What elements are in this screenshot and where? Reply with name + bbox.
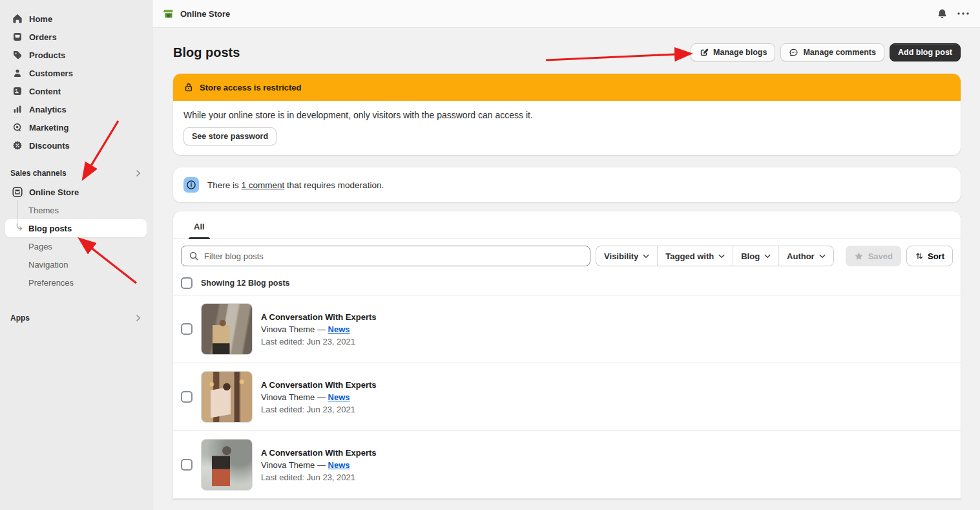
table-row[interactable]: A Conversation With Experts Vinova Theme…: [173, 431, 961, 499]
blog-filter[interactable]: Blog: [733, 246, 779, 266]
post-thumbnail: [201, 439, 253, 491]
saved-button: Saved: [846, 246, 901, 266]
sort-label: Sort: [928, 251, 944, 261]
see-store-password-label: See store password: [192, 132, 268, 141]
sidebar-item-label: Customers: [29, 69, 73, 78]
tabs-bar: All: [173, 211, 961, 239]
tree-connector-line: [17, 200, 17, 226]
sidebar-item-orders[interactable]: Orders: [5, 28, 147, 46]
post-title[interactable]: A Conversation With Experts: [261, 312, 377, 322]
sidebar-item-marketing[interactable]: Marketing: [5, 118, 147, 136]
content-icon: [12, 86, 23, 97]
sidebar-item-customers[interactable]: Customers: [5, 64, 147, 82]
comment-icon: [789, 48, 798, 58]
sidebar-item-pages[interactable]: Pages: [5, 237, 147, 255]
sub-item-label: Pages: [28, 242, 52, 251]
apps-label: Apps: [10, 313, 30, 323]
saved-label: Saved: [868, 251, 893, 261]
select-all-checkbox[interactable]: [181, 277, 193, 289]
manage-blogs-button[interactable]: Manage blogs: [691, 43, 775, 61]
add-blog-post-button[interactable]: Add blog post: [890, 43, 961, 61]
store-access-banner: Store access is restricted While your on…: [173, 74, 961, 155]
filter-blog-posts-input[interactable]: [204, 251, 583, 261]
filter-search-box[interactable]: [181, 246, 590, 266]
lock-icon: [183, 82, 194, 92]
comment-moderation-link[interactable]: 1 comment: [242, 180, 285, 190]
restricted-banner-text: While your online store is in developmen…: [183, 110, 950, 120]
more-options-icon[interactable]: [957, 12, 970, 16]
elbow-arrow-icon: [14, 223, 23, 233]
sidebar-item-preferences[interactable]: Preferences: [5, 273, 147, 292]
post-last-edited: Last edited: Jun 23, 2021: [261, 405, 377, 414]
sales-channels-header[interactable]: Sales channels: [10, 165, 141, 182]
tab-all[interactable]: All: [191, 220, 207, 239]
manage-blogs-label: Manage blogs: [713, 48, 767, 57]
sub-item-label: Preferences: [28, 278, 74, 288]
sidebar-item-products[interactable]: Products: [5, 46, 147, 64]
sidebar: Home Orders Products Customers Content A…: [0, 0, 152, 510]
row-checkbox[interactable]: [181, 323, 193, 335]
sidebar-item-home[interactable]: Home: [5, 10, 147, 28]
post-meta: Vinova Theme — News: [261, 460, 377, 470]
info-icon: [183, 177, 199, 193]
visibility-filter-label: Visibility: [604, 251, 638, 261]
sidebar-item-label: Discounts: [29, 141, 70, 151]
sort-button[interactable]: Sort: [906, 246, 953, 266]
post-title[interactable]: A Conversation With Experts: [261, 448, 377, 458]
page-title: Blog posts: [173, 45, 240, 60]
chevron-right-icon: [136, 314, 141, 322]
row-checkbox[interactable]: [181, 391, 193, 403]
sub-item-label: Navigation: [28, 260, 68, 270]
manage-comments-button[interactable]: Manage comments: [780, 43, 884, 61]
post-category-link[interactable]: News: [328, 392, 350, 402]
sidebar-item-analytics[interactable]: Analytics: [5, 100, 147, 118]
chevron-right-icon: [136, 169, 141, 177]
apps-header[interactable]: Apps: [10, 310, 141, 326]
see-store-password-button[interactable]: See store password: [183, 127, 276, 145]
sidebar-item-label: Analytics: [29, 105, 67, 114]
row-checkbox[interactable]: [181, 459, 193, 471]
edit-icon: [699, 48, 709, 58]
sidebar-item-online-store[interactable]: Online Store: [5, 183, 147, 201]
chevron-down-icon: [643, 254, 649, 259]
tagged-with-filter[interactable]: Tagged with: [658, 246, 733, 266]
post-category-link[interactable]: News: [328, 460, 350, 470]
sidebar-item-navigation[interactable]: Navigation: [5, 255, 147, 273]
tagged-with-filter-label: Tagged with: [665, 251, 714, 261]
moderation-text-before: There is: [207, 180, 242, 190]
post-meta: Vinova Theme — News: [261, 324, 377, 334]
discounts-icon: [12, 140, 23, 151]
sidebar-item-themes[interactable]: Themes: [5, 201, 147, 219]
visibility-filter[interactable]: Visibility: [596, 246, 658, 266]
post-meta: Vinova Theme — News: [261, 392, 377, 402]
author-filter-label: Author: [787, 251, 815, 261]
sidebar-item-label: Home: [29, 14, 52, 24]
sub-item-label: Blog posts: [28, 224, 72, 233]
home-icon: [12, 14, 23, 25]
table-header-row: Showing 12 Blog posts: [173, 273, 961, 295]
chevron-down-icon: [718, 254, 725, 259]
notifications-bell-icon[interactable]: [937, 8, 948, 19]
author-filter[interactable]: Author: [779, 246, 833, 266]
topbar: Online Store: [152, 0, 980, 28]
table-row[interactable]: A Conversation With Experts Vinova Theme…: [173, 363, 961, 431]
post-title[interactable]: A Conversation With Experts: [261, 380, 377, 390]
sub-item-label: Themes: [28, 206, 59, 215]
sidebar-item-label: Marketing: [29, 123, 68, 133]
sidebar-item-blog-posts[interactable]: Blog posts: [5, 219, 147, 237]
sidebar-item-label: Content: [29, 87, 61, 96]
post-theme: Vinova Theme —: [261, 324, 328, 334]
restricted-banner-title: Store access is restricted: [200, 83, 302, 92]
sidebar-item-discounts[interactable]: Discounts: [5, 136, 147, 154]
moderation-banner: There is 1 comment that requires moderat…: [173, 167, 961, 202]
sidebar-item-label: Orders: [29, 32, 57, 42]
moderation-text: There is 1 comment that requires moderat…: [207, 180, 384, 190]
marketing-icon: [12, 122, 23, 133]
sort-icon: [915, 251, 924, 260]
table-row[interactable]: A Conversation With Experts Vinova Theme…: [173, 295, 961, 363]
sidebar-item-content[interactable]: Content: [5, 82, 147, 100]
add-blog-post-label: Add blog post: [898, 48, 952, 57]
post-category-link[interactable]: News: [328, 324, 350, 334]
restricted-banner-head: Store access is restricted: [173, 74, 961, 101]
post-thumbnail: [201, 303, 253, 355]
